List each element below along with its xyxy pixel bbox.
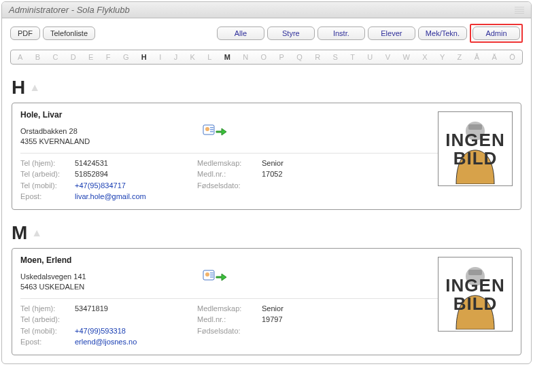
alpha-letter-I: I [158, 53, 162, 61]
medlnr-value: 19797 [262, 314, 283, 325]
svg-rect-6 [468, 124, 482, 130]
section-header-H: H▲ [12, 77, 531, 99]
section-header-M: M▲ [12, 222, 531, 244]
main-window: Administratorer - Sola Flyklubb PDF Tele… [1, 1, 532, 364]
tel-mobil-value[interactable]: +47(99)593318 [75, 325, 126, 337]
no-image-text: INGENBILD [439, 131, 512, 168]
svg-rect-9 [210, 272, 213, 274]
sections-container: H▲ Hole, Livar Orstadbakken 28 4355 KVER… [2, 77, 531, 355]
epost-value[interactable]: erlend@ljosnes.no [75, 336, 137, 348]
svg-rect-2 [210, 127, 213, 128]
medlemskap-value: Senior [262, 158, 283, 169]
details-right: Medlemskap:Senior Medl.nr.:19797 Fødsels… [197, 303, 333, 348]
filter-instr-button[interactable]: Instr. [317, 26, 365, 40]
svg-rect-4 [210, 131, 213, 132]
send-contact-icon[interactable] [203, 269, 227, 285]
alpha-letter-R: R [313, 53, 322, 61]
filter-styre-button[interactable]: Styre [267, 26, 315, 40]
medlnr-label: Medl.nr.: [197, 314, 262, 325]
toolbar-left: PDF Telefonliste [10, 24, 95, 43]
toolbar: PDF Telefonliste Alle Styre Instr. Eleve… [2, 18, 531, 50]
medlemskap-label: Medlemskap: [197, 158, 262, 169]
contact-photo-placeholder: INGENBILD [438, 257, 513, 332]
alpha-letter-Å: Å [473, 53, 481, 61]
alpha-letter-B: B [34, 53, 41, 61]
tel-arbeid-label: Tel (arbeid): [20, 168, 75, 180]
alpha-letter-N: N [241, 53, 250, 61]
medlnr-value: 17052 [262, 168, 283, 180]
tel-hjem-value: 51424531 [75, 158, 108, 169]
telefonliste-button[interactable]: Telefonliste [43, 26, 95, 40]
epost-value[interactable]: livar.hole@gmail.com [75, 191, 146, 202]
epost-label: Epost: [20, 336, 75, 348]
tel-mobil-value[interactable]: +47(95)834717 [75, 180, 126, 192]
contact-card: Hole, Livar Orstadbakken 28 4355 KVERNAL… [12, 103, 521, 210]
alpha-letter-Q: Q [295, 53, 304, 61]
section-letter: M [12, 222, 27, 244]
svg-rect-11 [210, 277, 213, 278]
alpha-letter-T: T [349, 53, 356, 61]
svg-rect-10 [210, 274, 213, 276]
svg-point-1 [205, 127, 209, 131]
alpha-letter-M[interactable]: M [223, 53, 232, 61]
tel-arbeid-value: 51852894 [75, 168, 108, 180]
send-contact-icon[interactable] [203, 124, 227, 140]
medlemskap-value: Senior [262, 303, 283, 315]
alpha-letter-U: U [366, 53, 374, 61]
alpha-letter-E: E [87, 53, 94, 61]
titlebar: Administratorer - Sola Flyklubb [2, 2, 531, 18]
filter-mektekn-button[interactable]: Mek/Tekn. [418, 26, 467, 40]
pdf-button[interactable]: PDF [10, 26, 40, 40]
alpha-letter-H[interactable]: H [140, 53, 148, 61]
alpha-letter-F: F [105, 53, 112, 61]
filter-elever-button[interactable]: Elever [368, 26, 415, 40]
filter-alle-button[interactable]: Alle [217, 26, 264, 40]
svg-point-8 [205, 272, 209, 277]
alpha-letter-Ö: Ö [508, 53, 517, 61]
alpha-letter-V: V [384, 53, 392, 61]
alpha-letter-A: A [16, 53, 24, 61]
alpha-letter-X: X [421, 53, 428, 61]
section-letter: H [12, 77, 25, 99]
tel-mobil-label: Tel (mobil): [20, 325, 75, 337]
details-right: Medlemskap:Senior Medl.nr.:17052 Fødsels… [197, 158, 333, 202]
alpha-letter-D: D [69, 53, 78, 61]
admin-highlight-box: Admin [470, 24, 523, 43]
no-image-text: INGENBILD [439, 277, 512, 314]
details-left: Tel (hjem):53471819 Tel (arbeid): Tel (m… [20, 303, 197, 348]
filter-admin-button[interactable]: Admin [472, 26, 520, 40]
alpha-letter-K: K [189, 53, 196, 61]
fodselsdato-label: Fødselsdato: [197, 325, 262, 337]
alpha-letter-G: G [122, 53, 131, 61]
alpha-letter-J: J [173, 53, 179, 61]
alpha-letter-O: O [260, 53, 269, 61]
grip-icon [515, 7, 524, 14]
medlnr-label: Medl.nr.: [197, 168, 262, 180]
details-left: Tel (hjem):51424531 Tel (arbeid):5185289… [20, 158, 197, 202]
tel-hjem-label: Tel (hjem): [20, 158, 75, 169]
contact-photo-placeholder: INGENBILD [438, 111, 513, 186]
contact-card: Moen, Erlend Uskedalsvegen 141 5463 USKE… [12, 248, 521, 355]
svg-rect-13 [468, 270, 482, 275]
fodselsdato-label: Fødselsdato: [197, 180, 262, 192]
tel-mobil-label: Tel (mobil): [20, 180, 75, 192]
alpha-letter-S: S [332, 53, 339, 61]
tel-hjem-value: 53471819 [75, 303, 108, 315]
medlemskap-label: Medlemskap: [197, 303, 262, 315]
alpha-letter-Z: Z [456, 53, 464, 61]
scroll-top-icon[interactable]: ▲ [29, 82, 40, 94]
alpha-letter-P: P [278, 53, 286, 61]
alpha-letter-L: L [206, 53, 213, 61]
tel-arbeid-label: Tel (arbeid): [20, 314, 75, 325]
window-title: Administratorer - Sola Flyklubb [9, 5, 130, 15]
tel-hjem-label: Tel (hjem): [20, 303, 75, 315]
alpha-letter-Ä: Ä [490, 53, 498, 61]
alpha-letter-Y: Y [439, 53, 446, 61]
toolbar-right: Alle Styre Instr. Elever Mek/Tekn. Admin [217, 24, 523, 43]
alphabet-bar: ABCDEFGHIJKLMNOPQRSTUVWXYZÅÄÖ [10, 50, 523, 65]
epost-label: Epost: [20, 191, 75, 202]
scroll-top-icon[interactable]: ▲ [31, 227, 42, 239]
alpha-letter-W: W [401, 53, 411, 61]
alpha-letter-C: C [51, 53, 59, 61]
svg-rect-3 [210, 129, 213, 130]
